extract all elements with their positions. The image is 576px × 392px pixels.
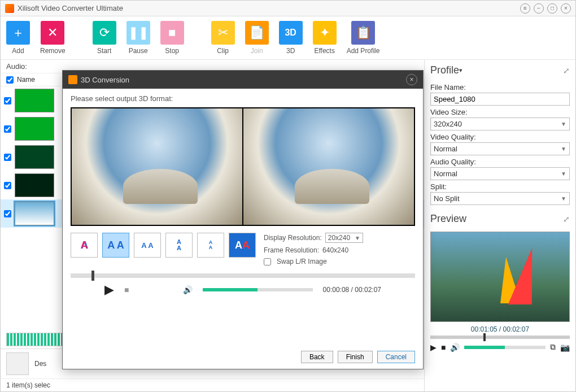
destination-icon[interactable] bbox=[6, 352, 29, 375]
format-top-bottom-half[interactable]: AA bbox=[197, 233, 224, 258]
dialog-volume-icon[interactable]: 🔊 bbox=[183, 285, 193, 294]
settings-icon[interactable]: ≡ bbox=[520, 3, 530, 14]
video-quality-select[interactable]: Normal▼ bbox=[430, 142, 570, 155]
frame-res-value: 640x240 bbox=[322, 246, 348, 254]
profile-panel: Profile▾⤢ File Name: Video Size: 320x240… bbox=[424, 60, 575, 391]
play-icon[interactable]: ▶ bbox=[430, 343, 437, 352]
maximize-icon[interactable]: □ bbox=[547, 3, 557, 14]
item-checkbox[interactable] bbox=[4, 125, 11, 133]
dialog-time: 00:00:08 / 00:02:07 bbox=[323, 286, 381, 294]
finish-button[interactable]: Finish bbox=[338, 351, 373, 363]
3d-preview bbox=[71, 107, 415, 226]
display-res-label: Display Resolution: bbox=[264, 234, 322, 242]
close-icon[interactable]: × bbox=[561, 3, 571, 14]
item-checkbox[interactable] bbox=[4, 97, 11, 104]
app-logo-icon bbox=[5, 4, 14, 13]
add-profile-button[interactable]: 📋Add Profile bbox=[347, 21, 380, 55]
dialog-play-icon[interactable]: ▶ bbox=[104, 282, 114, 297]
dialog-titlebar: 3D Conversion × bbox=[63, 71, 423, 89]
left-eye-preview bbox=[72, 108, 242, 225]
volume-icon[interactable]: 🔊 bbox=[450, 343, 460, 352]
dialog-close-icon[interactable]: × bbox=[406, 74, 417, 85]
dialog-title: 3D Conversion bbox=[81, 76, 129, 84]
thumbnail bbox=[15, 145, 54, 169]
preview-title: Preview⤢ bbox=[430, 213, 570, 225]
format-top-bottom[interactable]: AA bbox=[165, 233, 193, 258]
thumbnail bbox=[15, 117, 54, 141]
item-checkbox[interactable] bbox=[4, 154, 11, 161]
swap-lr-checkbox[interactable] bbox=[264, 258, 271, 265]
volume-slider[interactable] bbox=[464, 346, 546, 349]
camera-icon[interactable]: 📷 bbox=[560, 343, 570, 352]
file-name-input[interactable] bbox=[430, 93, 570, 106]
3d-conversion-dialog: 3D Conversion × Please select output 3D … bbox=[62, 70, 424, 369]
cancel-button[interactable]: Cancel bbox=[377, 351, 415, 363]
remove-button[interactable]: ✕Remove bbox=[40, 21, 66, 55]
clip-button[interactable]: ✂Clip bbox=[211, 21, 235, 55]
dialog-prompt: Please select output 3D format: bbox=[71, 94, 415, 103]
3d-button[interactable]: 3D3D bbox=[279, 21, 303, 55]
format-anaglyph[interactable]: A bbox=[71, 233, 98, 258]
status-bar: 1 item(s) selec bbox=[1, 378, 424, 391]
name-column-header: Name bbox=[17, 76, 35, 84]
start-button[interactable]: ⟳Start bbox=[93, 21, 116, 55]
preview-slider[interactable] bbox=[430, 336, 570, 339]
stop-button[interactable]: ■Stop bbox=[160, 21, 184, 55]
format-options: A A A A A AA AA AA bbox=[71, 233, 256, 258]
item-checkbox[interactable] bbox=[4, 210, 11, 217]
swap-lr-label: Swap L/R Image bbox=[277, 258, 327, 265]
effects-button[interactable]: ✦Effects bbox=[313, 21, 337, 55]
app-title: Xilisoft Video Converter Ultimate bbox=[18, 4, 123, 12]
format-side-by-side-half[interactable]: A A bbox=[134, 233, 161, 258]
thumbnail bbox=[15, 173, 54, 197]
back-button[interactable]: Back bbox=[301, 351, 333, 363]
video-quality-label: Video Quality: bbox=[430, 133, 570, 141]
split-select[interactable]: No Split▼ bbox=[430, 192, 570, 205]
video-size-select[interactable]: 320x240▼ bbox=[430, 117, 570, 130]
titlebar: Xilisoft Video Converter Ultimate ≡ − □ … bbox=[1, 1, 575, 16]
video-size-label: Video Size: bbox=[430, 108, 570, 116]
preview-viewport bbox=[430, 232, 570, 322]
right-eye-preview bbox=[243, 108, 414, 225]
dialog-icon bbox=[68, 75, 77, 84]
frame-res-label: Frame Resolution: bbox=[264, 246, 319, 254]
snapshot-icon[interactable]: ⧉ bbox=[550, 342, 556, 352]
destination-label: Des bbox=[34, 360, 46, 368]
item-checkbox[interactable] bbox=[4, 182, 11, 189]
split-label: Split: bbox=[430, 182, 570, 191]
thumbnail bbox=[15, 89, 54, 112]
select-all-checkbox[interactable] bbox=[6, 76, 14, 84]
stop-icon[interactable]: ■ bbox=[441, 343, 446, 352]
format-side-by-side[interactable]: A A bbox=[102, 233, 129, 258]
thumbnail bbox=[15, 202, 54, 225]
file-name-label: File Name: bbox=[430, 83, 570, 92]
pause-button[interactable]: ❚❚Pause bbox=[126, 21, 150, 55]
dialog-volume-slider[interactable] bbox=[203, 288, 312, 291]
preview-time: 00:01:05 / 00:02:07 bbox=[430, 325, 570, 333]
expand-icon[interactable]: ⤢ bbox=[563, 215, 570, 224]
minimize-icon[interactable]: − bbox=[534, 3, 544, 14]
expand-icon[interactable]: ⤢ bbox=[563, 66, 570, 75]
profile-title[interactable]: Profile▾⤢ bbox=[430, 64, 570, 76]
dialog-stop-icon[interactable]: ■ bbox=[124, 285, 129, 294]
add-button[interactable]: ＋Add bbox=[6, 21, 30, 55]
toolbar: ＋Add ✕Remove ⟳Start ❚❚Pause ■Stop ✂Clip … bbox=[1, 16, 575, 60]
audio-quality-select[interactable]: Normal▼ bbox=[430, 167, 570, 180]
format-interleaved[interactable]: AA bbox=[229, 233, 256, 258]
dialog-seek-slider[interactable] bbox=[71, 273, 415, 278]
display-res-select[interactable]: 20x240▼ bbox=[325, 233, 363, 243]
audio-label: Audio: bbox=[6, 62, 27, 71]
join-button[interactable]: 📄Join bbox=[245, 21, 269, 55]
audio-quality-label: Audio Quality: bbox=[430, 158, 570, 166]
